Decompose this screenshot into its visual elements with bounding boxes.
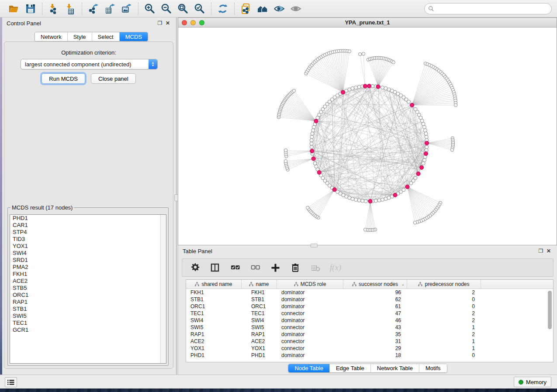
table-cell[interactable]: 1 xyxy=(407,338,481,344)
mcds-result-item[interactable]: TID3 xyxy=(10,236,166,243)
zoom-in-button[interactable] xyxy=(143,2,157,15)
network-node-selected[interactable] xyxy=(416,172,420,175)
import-table-button[interactable] xyxy=(63,2,77,15)
graphics-details-button[interactable] xyxy=(272,2,286,15)
copy-network-button[interactable] xyxy=(239,2,253,15)
export-network-button[interactable] xyxy=(86,2,100,15)
table-cell[interactable]: 31 xyxy=(343,338,407,344)
table-cell[interactable]: SWI4 xyxy=(242,317,277,323)
network-node[interactable] xyxy=(310,138,313,142)
table-cell[interactable]: SWI5 xyxy=(186,324,242,330)
mcds-result-item[interactable]: SWI4 xyxy=(10,250,166,257)
mcds-result-item[interactable]: PHD1 xyxy=(10,215,166,222)
table-cell[interactable]: connector xyxy=(277,324,343,330)
zoom-selected-button[interactable] xyxy=(193,2,207,15)
table-cell[interactable]: 1 xyxy=(407,324,481,330)
network-node[interactable] xyxy=(292,89,295,92)
network-home-button[interactable] xyxy=(256,2,270,15)
table-cell[interactable]: 2 xyxy=(407,310,481,316)
table-cell[interactable]: 96 xyxy=(343,289,407,296)
table-cell[interactable]: STB1 xyxy=(242,296,277,303)
table-cell[interactable]: 2 xyxy=(407,331,481,337)
tab-mcds[interactable]: MCDS xyxy=(119,32,148,41)
network-node[interactable] xyxy=(348,50,351,53)
column-header-successor-nodes[interactable]: successor nodes⌄ xyxy=(343,280,407,289)
table-cell[interactable]: dominator xyxy=(277,289,343,296)
table-cell[interactable]: TEC1 xyxy=(242,310,277,316)
panel-list-mode-button[interactable] xyxy=(5,377,17,387)
network-node[interactable] xyxy=(310,135,314,139)
network-node[interactable] xyxy=(425,135,428,139)
network-node-selected[interactable] xyxy=(376,85,380,89)
column-header-MCDS-role[interactable]: MCDS role xyxy=(277,280,343,289)
tab-style[interactable]: Style xyxy=(67,32,92,41)
export-image-button[interactable] xyxy=(120,2,134,15)
close-panel-button[interactable]: ✕ xyxy=(164,20,172,27)
mcds-result-item[interactable]: YOX1 xyxy=(10,243,166,250)
window-zoom-button[interactable] xyxy=(199,20,204,25)
column-header-predecessor-nodes[interactable]: predecessor nodes xyxy=(407,280,481,289)
network-node-selected[interactable] xyxy=(425,141,429,145)
select-all-rows-button[interactable] xyxy=(228,261,242,274)
network-node[interactable] xyxy=(407,100,411,103)
network-node[interactable] xyxy=(357,85,361,89)
table-cell[interactable]: 61 xyxy=(343,303,407,309)
table-cell[interactable]: dominator xyxy=(277,331,343,337)
network-node[interactable] xyxy=(306,206,309,209)
window-minimize-button[interactable] xyxy=(190,20,196,25)
table-row[interactable]: PHD1PHD1dominator180 xyxy=(186,352,553,359)
network-node[interactable] xyxy=(423,129,427,132)
network-node-selected[interactable] xyxy=(363,84,367,88)
close-mcds-panel-button[interactable]: Close panel xyxy=(91,73,136,84)
table-cell[interactable]: 0 xyxy=(407,296,481,303)
table-cell[interactable]: ACE2 xyxy=(242,338,277,344)
network-node[interactable] xyxy=(424,132,428,135)
network-node-selected[interactable] xyxy=(424,151,428,155)
network-node[interactable] xyxy=(363,228,367,231)
delete-column-button[interactable] xyxy=(289,261,302,274)
network-node[interactable] xyxy=(310,145,313,149)
network-node[interactable] xyxy=(362,52,365,55)
table-cell[interactable]: 47 xyxy=(343,310,407,316)
network-node[interactable] xyxy=(392,61,395,64)
table-cell[interactable]: PHD1 xyxy=(242,352,277,358)
network-node[interactable] xyxy=(413,221,416,224)
network-node[interactable] xyxy=(450,148,453,151)
network-node-selected[interactable] xyxy=(317,170,321,174)
table-cell[interactable]: TEC1 xyxy=(186,310,242,316)
network-node[interactable] xyxy=(422,162,425,165)
table-cell[interactable]: 2 xyxy=(407,289,481,296)
column-header-name[interactable]: name xyxy=(242,280,277,289)
network-node[interactable] xyxy=(425,145,429,149)
network-node-selected[interactable] xyxy=(405,185,409,189)
network-node-selected[interactable] xyxy=(420,165,424,169)
network-node[interactable] xyxy=(311,132,314,135)
column-header-shared-name[interactable]: shared name xyxy=(186,280,242,289)
network-node[interactable] xyxy=(377,199,381,202)
network-node-selected[interactable] xyxy=(310,149,314,153)
table-cell[interactable]: 43 xyxy=(343,324,407,330)
float-table-panel-button[interactable]: ❐ xyxy=(537,248,545,254)
table-cell[interactable]: 2 xyxy=(407,317,481,323)
zoom-out-button[interactable] xyxy=(159,2,173,15)
table-cell[interactable]: 35 xyxy=(343,331,407,337)
table-row[interactable]: RAP1RAP1dominator352 xyxy=(186,331,553,338)
mcds-result-item[interactable]: ORC1 xyxy=(10,292,166,299)
mcds-result-item[interactable]: SWI5 xyxy=(10,313,166,320)
mcds-result-item[interactable]: SRD1 xyxy=(10,257,166,264)
table-cell[interactable]: YOX1 xyxy=(186,345,242,351)
search-input[interactable] xyxy=(436,6,548,12)
table-cell[interactable]: 46 xyxy=(343,317,407,323)
memory-button[interactable]: Memory xyxy=(514,377,551,387)
network-node-selected[interactable] xyxy=(341,90,345,94)
network-node-selected[interactable] xyxy=(332,188,336,192)
tab-network-table[interactable]: Network Table xyxy=(370,364,419,372)
horizontal-splitter-grip[interactable] xyxy=(311,244,318,248)
network-node[interactable] xyxy=(384,197,387,201)
network-node[interactable] xyxy=(354,86,358,89)
network-node-selected[interactable] xyxy=(314,119,318,123)
table-cell[interactable]: ACE2 xyxy=(186,338,242,344)
mcds-result-item[interactable]: GCR1 xyxy=(10,327,166,334)
mcds-list-scrollbar[interactable] xyxy=(160,215,166,363)
network-node[interactable] xyxy=(310,142,313,145)
